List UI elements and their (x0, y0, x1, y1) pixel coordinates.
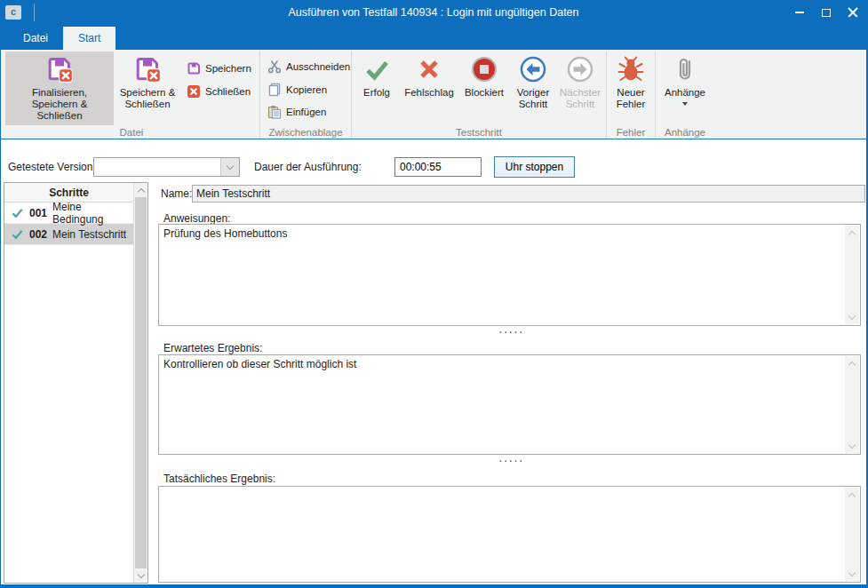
scroll-down-icon[interactable] (134, 568, 147, 583)
copy-button[interactable]: Kopieren (262, 80, 349, 99)
quick-access-separator (34, 4, 35, 21)
save-label: Speichern (205, 63, 251, 74)
group-label-testschritt: Testschritt (352, 127, 606, 138)
tab-datei[interactable]: Datei (8, 27, 63, 50)
steps-panel: Schritte 001 Meine Bedingung 002 Mein Te… (4, 182, 148, 584)
step-number: 002 (29, 228, 47, 241)
title-bar: c Ausführen von Testfall 140934 : Login … (1, 0, 866, 25)
stop-circle-icon (470, 55, 498, 83)
tested-version-label: Getestete Version: (8, 161, 96, 173)
actual-result-label: Tatsächliches Ergebnis: (163, 473, 275, 485)
group-label-zwischenablage: Zwischenablage (260, 127, 351, 138)
step-number: 001 (29, 207, 47, 219)
chevron-down-icon (227, 162, 234, 169)
blockiert-button[interactable]: Blockiert (458, 52, 510, 125)
maximize-button[interactable] (813, 0, 840, 25)
group-label-fehler: Fehler (607, 127, 655, 138)
paste-icon (267, 105, 282, 119)
duration-label: Dauer der Ausführung: (254, 161, 362, 173)
finalize-save-close-label: Finalisieren, Speichern & Schließen (9, 87, 110, 122)
minimize-button[interactable] (786, 0, 813, 25)
finalize-save-close-button[interactable]: Finalisieren, Speichern & Schließen (5, 52, 114, 125)
save-icon (187, 61, 201, 75)
save-and-close-button[interactable]: Speichern & Schließen (114, 52, 181, 125)
combobox-dropdown-button[interactable] (220, 158, 239, 176)
save-close-icon (133, 55, 162, 83)
close-icon (848, 7, 858, 18)
copy-icon (267, 83, 282, 97)
x-mark-icon (415, 55, 443, 83)
minimize-icon (795, 12, 804, 13)
splitter-handle[interactable]: ····· (499, 457, 524, 465)
tab-start[interactable]: Start (63, 27, 115, 50)
steps-list: 001 Meine Bedingung 002 Mein Testschritt (4, 203, 133, 583)
expected-result-textarea[interactable]: Kontrollieren ob dieser Schritt möglich … (158, 354, 861, 455)
expected-scrollbar[interactable] (845, 356, 859, 453)
instructions-textarea[interactable]: Prüfung des Homebuttons (158, 224, 861, 326)
neuer-fehler-label: Neuer Fehler (612, 87, 649, 110)
ribbon: Finalisieren, Speichern & Schließen Spei… (1, 50, 866, 139)
step-detail-panel: Name: Mein Testschritt Anweisungen: Prüf… (156, 182, 867, 584)
erfolg-label: Erfolg (363, 87, 390, 99)
instructions-label: Anweisungen: (163, 212, 230, 225)
splitter-handle[interactable]: ····· (499, 329, 524, 336)
checkmark-icon (362, 55, 391, 83)
group-label-anhaenge: Anhänge (656, 127, 714, 138)
cut-label: Ausschneiden (286, 61, 350, 72)
save-close-icon (45, 55, 74, 83)
duration-input[interactable] (394, 157, 482, 177)
ribbon-group-testschritt: Erfolg Fehlschlag Blockiert (351, 52, 606, 139)
maximize-icon (822, 9, 831, 17)
naechster-schritt-label: Nächster Schritt (560, 87, 601, 110)
ribbon-tab-row: Datei Start (1, 25, 866, 50)
save-button[interactable]: Speichern (181, 59, 258, 78)
anhaenge-button[interactable]: Anhänge (657, 52, 713, 125)
bug-icon (617, 55, 645, 83)
dropdown-caret-icon (682, 102, 688, 106)
step-name: Meine Bedingung (52, 201, 133, 226)
paste-label: Einfügen (286, 107, 326, 117)
paste-button[interactable]: Einfügen (262, 102, 349, 122)
window-title: Ausführen von Testfall 140934 : Login mi… (1, 6, 866, 19)
name-label: Name: (161, 187, 192, 200)
arrow-left-circle-icon (519, 55, 547, 83)
neuer-fehler-button[interactable]: Neuer Fehler (609, 52, 653, 125)
close-file-label: Schließen (205, 86, 251, 97)
close-file-button[interactable]: Schließen (181, 82, 258, 101)
scroll-up-icon[interactable] (134, 183, 147, 197)
execution-bar: Getestete Version: Dauer der Ausführung:… (1, 139, 866, 182)
fehlschlag-label: Fehlschlag (404, 87, 454, 99)
cut-button[interactable]: Ausschneiden (262, 57, 349, 76)
arrow-right-circle-icon (566, 55, 594, 83)
name-field[interactable]: Mein Testschritt (192, 185, 865, 203)
ribbon-group-fehler: Neuer Fehler Fehler (606, 52, 655, 139)
expected-result-label: Erwartetes Ergebnis: (163, 342, 262, 354)
tested-version-value (94, 158, 220, 176)
instructions-text: Prüfung des Homebuttons (163, 227, 287, 240)
ribbon-group-datei: Finalisieren, Speichern & Schließen Spei… (4, 52, 259, 139)
actual-scrollbar[interactable] (845, 488, 859, 581)
copy-label: Kopieren (286, 84, 327, 95)
actual-result-textarea[interactable] (158, 486, 861, 583)
scissors-icon (267, 60, 282, 74)
step-list-item[interactable]: 002 Mein Testschritt (4, 224, 133, 245)
stop-clock-button[interactable]: Uhr stoppen (494, 156, 575, 178)
blockiert-label: Blockiert (465, 87, 504, 99)
voriger-schritt-label: Voriger Schritt (514, 87, 553, 110)
instructions-scrollbar[interactable] (845, 226, 859, 324)
tested-version-combobox[interactable] (93, 157, 240, 177)
group-label-datei: Datei (4, 127, 259, 138)
ribbon-group-zwischenablage: Ausschneiden Kopieren (259, 52, 351, 139)
save-and-close-label: Speichern & Schließen (117, 87, 178, 110)
close-button[interactable] (840, 0, 866, 25)
app-icon: c (5, 5, 21, 20)
ribbon-group-anhaenge: Anhänge Anhänge (655, 52, 714, 139)
scrollbar-thumb[interactable] (135, 197, 147, 568)
step-list-item[interactable]: 001 Meine Bedingung (4, 203, 133, 224)
paperclip-icon (671, 55, 699, 83)
fehlschlag-button[interactable]: Fehlschlag (400, 52, 458, 125)
erfolg-button[interactable]: Erfolg (354, 52, 400, 125)
steps-scrollbar[interactable] (133, 183, 147, 583)
naechster-schritt-button[interactable]: Nächster Schritt (556, 52, 604, 125)
voriger-schritt-button[interactable]: Voriger Schritt (510, 52, 556, 125)
